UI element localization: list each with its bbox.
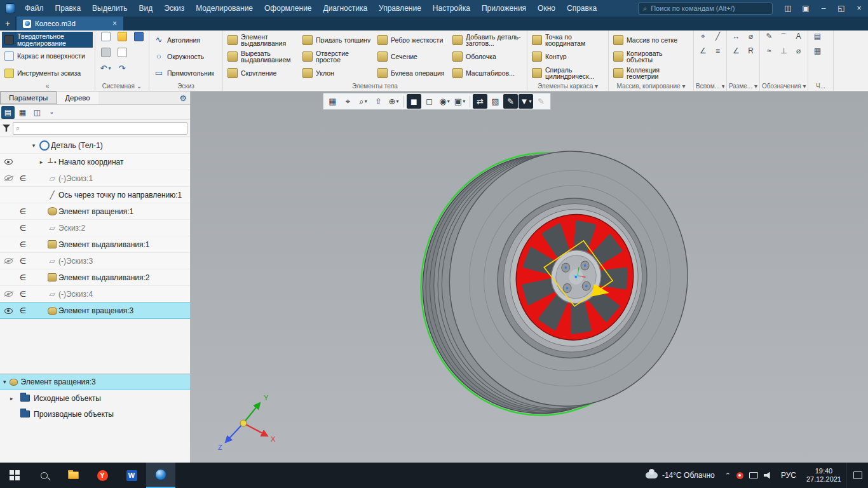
tree-item-extrude2[interactable]: ∈Элемент выдавливания:2 <box>0 269 190 286</box>
redo-button[interactable]: ↷ <box>114 64 130 73</box>
command-search-input[interactable]: ⌕ Поиск по командам (Alt+/) <box>638 3 773 15</box>
tree-item-axis1[interactable]: ∈Ось через точку по направлению:1 <box>0 187 190 203</box>
print-preview-button[interactable] <box>114 48 130 57</box>
zoom-button[interactable]: ⌕▾ <box>356 94 370 109</box>
derived-objects-item[interactable]: Производные объекты <box>0 406 190 422</box>
wireframe-display-button[interactable]: ◻ <box>422 94 437 109</box>
expand-arrow-icon[interactable]: ▸ <box>10 395 17 402</box>
ribbon-collapse-chevron[interactable]: « <box>2 81 93 91</box>
menu-help[interactable]: Справка <box>561 0 602 17</box>
start-button[interactable] <box>0 463 29 488</box>
rib-button[interactable]: Ребро жесткости <box>375 32 450 48</box>
sketch-tools-mode-button[interactable]: Инструменты эскиза <box>2 65 93 81</box>
hide-objects-button[interactable]: ◉▾ <box>437 94 452 109</box>
shell-button[interactable]: Оболочка <box>450 48 525 65</box>
note-datum-button[interactable]: ⊥ <box>776 46 791 55</box>
snap-settings-button[interactable]: ▦ <box>325 94 340 109</box>
visibility-eye-icon[interactable] <box>0 159 17 165</box>
visibility-eye-icon[interactable] <box>0 175 17 181</box>
autoline-button[interactable]: ∿Автолиния <box>151 32 220 48</box>
tree-item-part[interactable]: ∈Деталь (Тел-1) <box>0 137 190 154</box>
tree-filter-funnel-icon[interactable] <box>3 125 10 132</box>
solid-modeling-mode-button[interactable]: Твердотельное моделирование <box>2 32 93 48</box>
dim-radius-button[interactable]: R <box>743 46 758 55</box>
grid-array-button[interactable]: Массив по сетке <box>611 32 691 48</box>
note-text-button[interactable]: A <box>791 32 806 41</box>
shaded-display-button[interactable]: ◼ <box>407 94 421 109</box>
construction-angle-button[interactable]: ∠ <box>696 46 710 55</box>
cylindrical-spiral-button[interactable]: Спираль цилиндрическ... <box>529 65 606 81</box>
new-document-tab-button[interactable]: + <box>0 17 15 30</box>
note-leader-button[interactable]: ✎ <box>762 32 776 41</box>
copy-objects-button[interactable]: Копировать объекты <box>611 48 691 65</box>
save-document-button[interactable] <box>130 32 147 41</box>
wireframe-surfaces-mode-button[interactable]: Каркас и поверхности <box>2 48 93 64</box>
3d-viewport[interactable]: ▦⌖⌕▾⇧⊕▾◼◻◉▾▣▾⇄▧✎▼▾✎ Y X Z <box>191 92 868 463</box>
tree-item-revolve1[interactable]: ∈Элемент вращения:1 <box>0 203 190 220</box>
layout-panels-icon[interactable]: ◫ <box>779 0 797 17</box>
note-tolerance-button[interactable]: ⌀ <box>791 46 806 55</box>
tab-close-icon[interactable]: × <box>102 19 117 28</box>
menu-settings[interactable]: Настройка <box>427 0 476 17</box>
section-button[interactable]: Сечение <box>375 48 450 65</box>
print-button[interactable] <box>97 48 114 57</box>
draft-button[interactable]: Уклон <box>300 65 375 81</box>
simple-hole-button[interactable]: Отверстие простое <box>300 48 375 65</box>
selected-feature-header[interactable]: ▾ Элемент вращения:3 <box>0 374 190 390</box>
expand-arrow-icon[interactable]: ▾ <box>3 379 6 385</box>
extrude-button[interactable]: Элемент выдавливания <box>225 32 300 48</box>
menu-view[interactable]: Вид <box>133 0 158 17</box>
sketch-placement-button[interactable]: ✎ <box>503 94 518 109</box>
source-objects-item[interactable]: ▸ Исходные объекты <box>0 390 190 406</box>
word-button[interactable]: W <box>117 463 146 488</box>
dim-linear-button[interactable]: ↔ <box>729 32 743 41</box>
volume-icon[interactable] <box>764 472 772 479</box>
kompas-3d-button[interactable] <box>146 463 175 488</box>
file-explorer-button[interactable] <box>58 463 88 488</box>
tab-parameters[interactable]: Параметры <box>0 92 57 104</box>
document-tab[interactable]: Колесо.m3d × <box>17 17 123 30</box>
clipping-button[interactable]: ▧ <box>488 94 503 109</box>
panel-settings-gear-icon[interactable]: ⚙ <box>176 92 190 104</box>
menu-modeling[interactable]: Моделирование <box>190 0 259 17</box>
visibility-eye-icon[interactable] <box>0 308 17 314</box>
orientation-button[interactable]: ⊕▾ <box>386 94 401 109</box>
object-filter-button[interactable]: ▼▾ <box>519 94 533 109</box>
construction-parallel-button[interactable]: ≡ <box>710 46 725 55</box>
open-document-button[interactable] <box>114 32 130 41</box>
clock[interactable]: 19:40 27.12.2021 <box>801 463 846 488</box>
close-button[interactable]: × <box>850 0 868 17</box>
expand-arrow-icon[interactable] <box>37 159 46 165</box>
thickness-button[interactable]: Придать толщину <box>300 32 375 48</box>
image-quality-button[interactable]: ▣▾ <box>452 94 467 109</box>
tree-item-sketch4[interactable]: ∈(-)Эскиз:4 <box>0 286 190 302</box>
construction-line-button[interactable]: ╱ <box>710 32 725 41</box>
note-arc-button[interactable]: ⌒ <box>776 32 791 43</box>
action-center-button[interactable] <box>846 463 868 488</box>
fillet-button[interactable]: Скругление <box>225 65 300 81</box>
layout-screen-icon[interactable]: ▣ <box>797 0 815 17</box>
contour-button[interactable]: Контур <box>529 48 606 65</box>
note-roughness-button[interactable]: ≈ <box>762 46 776 55</box>
move-component-button[interactable]: ⇄ <box>473 94 487 109</box>
tree-item-extrude1[interactable]: ∈Элемент выдавливания:1 <box>0 236 190 253</box>
boolean-button[interactable]: Булева операция <box>375 65 450 81</box>
menu-edit[interactable]: Правка <box>50 0 87 17</box>
menu-file[interactable]: Файл <box>19 0 50 17</box>
status-red-icon[interactable] <box>736 472 743 479</box>
tree-item-sketch1[interactable]: ∈(-)Эскиз:1 <box>0 170 190 187</box>
minimize-button[interactable]: – <box>815 0 832 17</box>
insert-part-button[interactable]: Добавить деталь-заготов... <box>450 32 525 48</box>
tab-tree[interactable]: Дерево <box>57 92 98 104</box>
tree-structure-button[interactable]: ▤ <box>1 106 15 119</box>
taskbar-search-button[interactable] <box>29 463 58 488</box>
dim-diameter-button[interactable]: ⌀ <box>743 32 758 41</box>
tree-composition-button[interactable]: ▦ <box>16 106 29 119</box>
geometry-collection-button[interactable]: Коллекция геометрии <box>611 65 691 81</box>
restore-button[interactable]: ◱ <box>832 0 850 17</box>
view-layout-button[interactable]: ▦ <box>810 46 825 55</box>
undo-button[interactable]: ↶▾ <box>97 64 114 73</box>
menu-management[interactable]: Управление <box>373 0 427 17</box>
expand-arrow-icon[interactable] <box>29 142 38 149</box>
weather-widget[interactable]: -14°C Облачно <box>639 463 721 488</box>
